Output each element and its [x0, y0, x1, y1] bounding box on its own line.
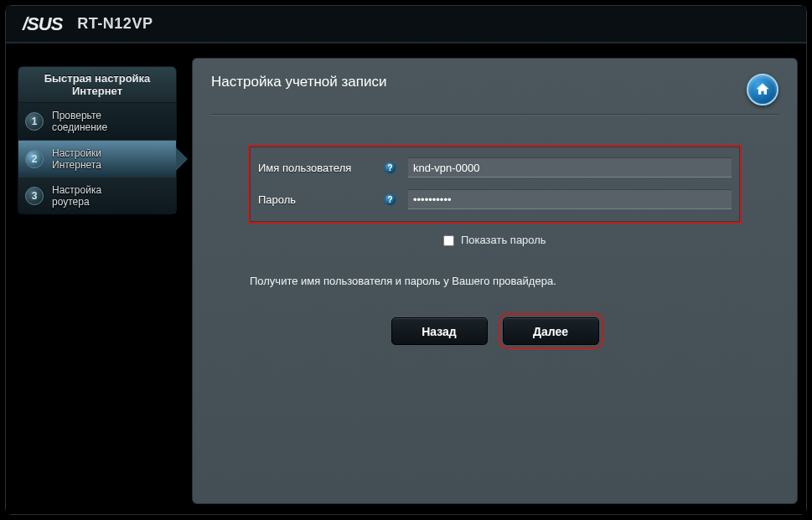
- provider-hint: Получите имя пользователя и пароль у Ваш…: [250, 275, 742, 287]
- show-password-label: Показать пароль: [461, 234, 546, 246]
- password-input-wrap: [408, 189, 732, 209]
- step-label: Проверьте соединение: [52, 110, 107, 133]
- step-label: Настройка роутера: [52, 184, 101, 208]
- button-row: Назад Далее: [248, 317, 742, 345]
- back-button[interactable]: Назад: [391, 317, 488, 345]
- home-icon: [754, 81, 771, 98]
- page-title: Настройка учетной записи: [211, 74, 386, 90]
- password-row: Пароль ?: [258, 185, 732, 214]
- username-label: Имя пользователя: [258, 162, 384, 174]
- username-input[interactable]: [408, 157, 732, 178]
- body-area: Быстрая настройка Интернет 1 Проверьте с…: [6, 46, 806, 514]
- step-number-badge: 1: [25, 112, 44, 131]
- main-panel: Настройка учетной записи Имя пользовател…: [192, 58, 798, 504]
- step-router-setup[interactable]: 3 Настройка роутера: [18, 177, 176, 214]
- sidebar-title: Быстрая настройка Интернет: [18, 66, 177, 103]
- show-password-row: Показать пароль: [248, 234, 742, 246]
- show-password-checkbox[interactable]: [443, 235, 454, 246]
- step-check-connection[interactable]: 1 Проверьте соединение: [18, 103, 176, 140]
- sidebar-title-line2: Интернет: [72, 85, 122, 97]
- step-label-line2: роутера: [52, 196, 90, 208]
- step-label-line2: Интернета: [52, 159, 101, 171]
- header-bar: /SUS RT-N12VP: [6, 6, 806, 43]
- step-label-line1: Проверьте: [52, 110, 101, 121]
- step-label-line1: Настройка: [52, 184, 101, 196]
- username-row: Имя пользователя ?: [258, 153, 732, 182]
- show-password-label-wrap[interactable]: Показать пароль: [443, 234, 546, 246]
- divider: [211, 114, 778, 115]
- step-label: Настройки Интернета: [52, 147, 101, 171]
- password-input[interactable]: [408, 189, 732, 209]
- credentials-highlight-box: Имя пользователя ? Пароль ?: [248, 145, 742, 224]
- step-label-line1: Настройки: [52, 147, 101, 159]
- step-label-line2: соединение: [52, 121, 107, 133]
- sidebar-steps: 1 Проверьте соединение 2 Настройки Интер…: [18, 103, 177, 214]
- model-name: RT-N12VP: [77, 15, 153, 33]
- help-icon[interactable]: ?: [384, 193, 396, 206]
- step-number-badge: 2: [25, 150, 44, 168]
- next-button[interactable]: Далее: [503, 317, 599, 345]
- username-input-wrap: [408, 157, 732, 178]
- app-frame: /SUS RT-N12VP Быстрая настройка Интернет…: [5, 5, 807, 515]
- help-icon[interactable]: ?: [384, 162, 396, 174]
- sidebar-title-line1: Быстрая настройка: [44, 72, 151, 85]
- password-label: Пароль: [258, 193, 384, 206]
- step-number-badge: 3: [25, 187, 44, 205]
- form-zone: Имя пользователя ? Пароль ?: [248, 145, 742, 345]
- brand-logo: /SUS: [23, 13, 62, 35]
- home-button[interactable]: [747, 74, 778, 106]
- step-internet-settings[interactable]: 2 Настройки Интернета: [18, 140, 176, 177]
- main-title-row: Настройка учетной записи: [211, 74, 778, 106]
- sidebar: Быстрая настройка Интернет 1 Проверьте с…: [18, 66, 177, 214]
